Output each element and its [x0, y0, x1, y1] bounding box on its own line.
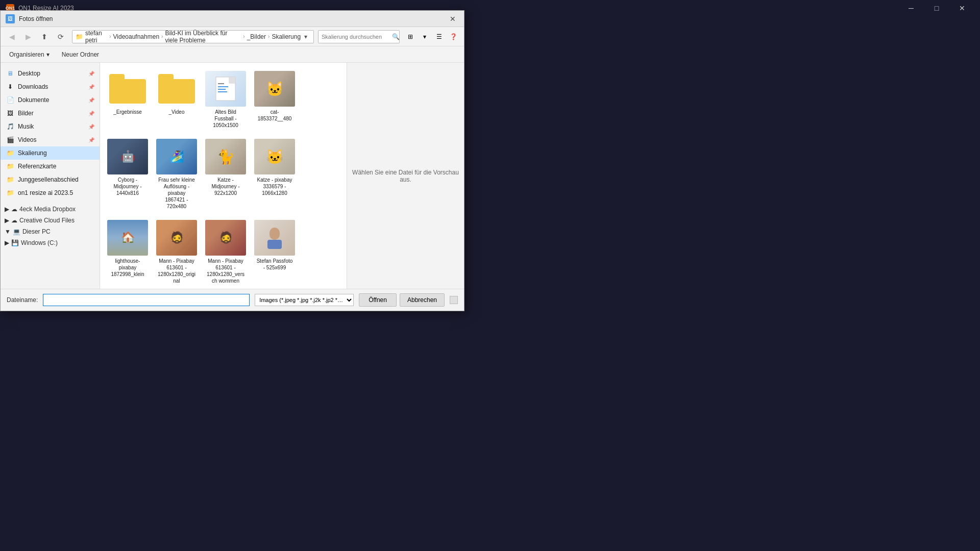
thumb-video	[156, 71, 197, 107]
file-area: _Ergebnisse _Video	[100, 63, 464, 289]
new-folder-button[interactable]: Neuer Ordner	[57, 48, 104, 61]
file-item-mann[interactable]: 🧔 Mann - Pixabay 613601 - 1280x1280_orig…	[154, 217, 199, 287]
back-button[interactable]: ◀	[5, 30, 19, 43]
preview-text: Wählen Sie eine Datei für die Vorschau a…	[352, 169, 459, 183]
sidebar-label-bilder: Bilder	[18, 110, 85, 117]
sidebar-label-windows-c: Windows (C:)	[21, 239, 58, 246]
crumb-folder-icon: 📁	[76, 33, 83, 40]
file-item-katze-mj[interactable]: 🐈 Katze - Midjourney - 922x1200	[203, 136, 248, 213]
pin-icon-dokumente: 📌	[88, 97, 94, 103]
sidebar-group-windows-c[interactable]: ▶ 💾 Windows (C:)	[1, 237, 100, 248]
file-item-stefan[interactable]: Stefan Passfoto - 525x699	[252, 217, 297, 287]
minimize-button[interactable]: ─	[899, 0, 923, 16]
sidebar-item-downloads[interactable]: ⬇ Downloads 📌	[1, 80, 100, 93]
svg-rect-2	[229, 77, 235, 83]
organize-arrow: ▾	[46, 51, 50, 58]
sidebar-item-videos[interactable]: 🎬 Videos 📌	[1, 133, 100, 146]
sidebar-label-4eck: 4eck Media Dropbox	[19, 206, 76, 213]
search-box[interactable]: 🔍	[318, 30, 400, 43]
address-dropdown[interactable]: ▾	[301, 31, 310, 43]
thumb-mann: 🧔	[156, 220, 197, 256]
svg-rect-7	[270, 228, 280, 240]
file-item-video[interactable]: _Video	[154, 68, 199, 132]
bilder-icon: 🖼	[6, 109, 15, 118]
thumb-katze-pb: 🐱	[254, 139, 295, 174]
sidebar-item-dokumente[interactable]: 📄 Dokumente 📌	[1, 93, 100, 107]
file-item-cyborg[interactable]: 🤖 Cyborg - Midjourney - 1440x816	[105, 136, 150, 213]
pin-icon-musik: 📌	[88, 124, 94, 130]
sidebar-group-4eck[interactable]: ▶ ☁ 4eck Media Dropbox	[1, 204, 100, 215]
breadcrumb: 📁 stefan petri › Videoaufnahmen › Bild-K…	[76, 30, 301, 44]
sidebar-item-junggesellenabschied[interactable]: 📁 Junggesellenabschied	[1, 173, 100, 186]
file-item-altes-bild[interactable]: Altes Bild Fussball - 1050x1500	[203, 68, 248, 132]
view-dropdown-button[interactable]: ▾	[418, 30, 431, 43]
file-label-lighthouse: lighthouse-pixabay 1872998_klein	[108, 258, 147, 278]
file-item-frau[interactable]: 🏄‍♀️ Frau sehr kleine Auflösung - pixaba…	[154, 136, 199, 213]
pin-icon-videos: 📌	[88, 137, 94, 143]
svg-rect-8	[267, 240, 282, 249]
thumb-mann2: 🧔	[205, 220, 246, 256]
sidebar-item-skalierung[interactable]: 📁 Skalierung	[1, 146, 100, 160]
app-close-button[interactable]: ✕	[950, 0, 974, 16]
search-icon: 🔍	[392, 33, 400, 40]
file-item-lighthouse[interactable]: 🏠 lighthouse-pixabay 1872998_klein	[105, 217, 150, 287]
new-folder-label: Neuer Ordner	[62, 51, 99, 58]
file-item-cat[interactable]: 🐱 cat-1853372__480	[252, 68, 297, 132]
view-grid-button[interactable]: ⊞	[404, 30, 417, 43]
sidebar-item-bilder[interactable]: 🖼 Bilder 📌	[1, 107, 100, 120]
cancel-button[interactable]: Abbrechen	[400, 293, 445, 307]
sidebar-label-dieser-pc: Dieser PC	[22, 228, 51, 235]
view-list-button[interactable]: ☰	[432, 30, 446, 43]
file-label-katze-pb: Katze - pixabay 3336579 - 1066x1280	[255, 177, 294, 196]
file-label-ergebnisse: _Ergebnisse	[113, 109, 142, 115]
crumb-5: Skalierung	[272, 33, 301, 40]
sidebar-label-creative: Creative Cloud Files	[19, 217, 75, 224]
search-input[interactable]	[322, 34, 392, 40]
file-item-katze-pb[interactable]: 🐱 Katze - pixabay 3336579 - 1066x1280	[252, 136, 297, 213]
filename-input[interactable]	[43, 294, 250, 306]
file-label-frau: Frau sehr kleine Auflösung - pixabay 186…	[157, 177, 196, 210]
windows-c-icon: 💾	[11, 239, 19, 246]
forward-button[interactable]: ▶	[21, 30, 35, 43]
open-button[interactable]: Öffnen	[359, 293, 397, 307]
address-bar[interactable]: 📁 stefan petri › Videoaufnahmen › Bild-K…	[72, 30, 314, 43]
window-controls: ─ □ ✕	[899, 0, 974, 16]
sidebar-label-desktop: Desktop	[18, 70, 85, 77]
dialog-close-button[interactable]: ✕	[447, 13, 459, 25]
sidebar-group-dieser-pc[interactable]: ▼ 💻 Dieser PC	[1, 226, 100, 237]
file-item-mann2[interactable]: 🧔 Mann - Pixabay 613601 - 1280x1280_vers…	[203, 217, 248, 287]
sidebar-label-downloads: Downloads	[18, 83, 85, 90]
sidebar-label-junggesellenabschied: Junggesellenabschied	[18, 176, 94, 183]
maximize-button[interactable]: □	[925, 0, 948, 16]
creative-icon: ☁	[11, 217, 17, 224]
referenzkarte-icon: 📁	[6, 162, 15, 171]
file-item-ergebnisse[interactable]: _Ergebnisse	[105, 68, 150, 132]
sidebar-item-referenzkarte[interactable]: 📁 Referenzkarte	[1, 160, 100, 173]
sidebar-item-musik[interactable]: 🎵 Musik 📌	[1, 120, 100, 133]
view-controls: ⊞ ▾ ☰ ❓	[404, 30, 460, 43]
filetype-select[interactable]: Images (*.jpeg *.jpg *.j2k *.jp2 *…	[255, 294, 354, 306]
sidebar-item-on1resize[interactable]: 📁 on1 resize ai 2023.5	[1, 186, 100, 199]
thumb-lighthouse: 🏠	[107, 220, 148, 256]
pin-icon-downloads: 📌	[88, 84, 94, 90]
sidebar-item-desktop[interactable]: 🖥 Desktop 📌	[1, 67, 100, 80]
junggesellen-icon: 📁	[6, 175, 15, 184]
pin-icon-desktop: 📌	[88, 71, 94, 77]
file-label-altes-bild: Altes Bild Fussball - 1050x1500	[206, 109, 245, 129]
thumb-stefan	[254, 220, 295, 256]
filename-label: Dateiname:	[7, 296, 38, 304]
dialog-title-bar: 🖼 Fotos öffnen ✕	[1, 11, 464, 27]
sidebar-group-creative[interactable]: ▶ ☁ Creative Cloud Files	[1, 215, 100, 226]
dieser-pc-icon: 💻	[13, 228, 20, 235]
nav-toolbar: ◀ ▶ ⬆ ⟳ 📁 stefan petri › Videoaufnahmen …	[1, 27, 464, 46]
organize-button[interactable]: Organisieren ▾	[5, 48, 54, 61]
sidebar-label-musik: Musik	[18, 123, 85, 130]
up-button[interactable]: ⬆	[37, 30, 52, 43]
sidebar: 🖥 Desktop 📌 ⬇ Downloads 📌 📄 Dokumente 📌 …	[1, 63, 100, 289]
dialog-title: Fotos öffnen	[19, 15, 447, 22]
bottom-bar: Dateiname: Images (*.jpeg *.jpg *.j2k *.…	[1, 289, 464, 311]
refresh-button[interactable]: ⟳	[54, 30, 68, 43]
file-label-stefan: Stefan Passfoto - 525x699	[255, 258, 294, 271]
help-button[interactable]: ❓	[447, 30, 460, 43]
preview-panel: Wählen Sie eine Datei für die Vorschau a…	[347, 63, 464, 289]
